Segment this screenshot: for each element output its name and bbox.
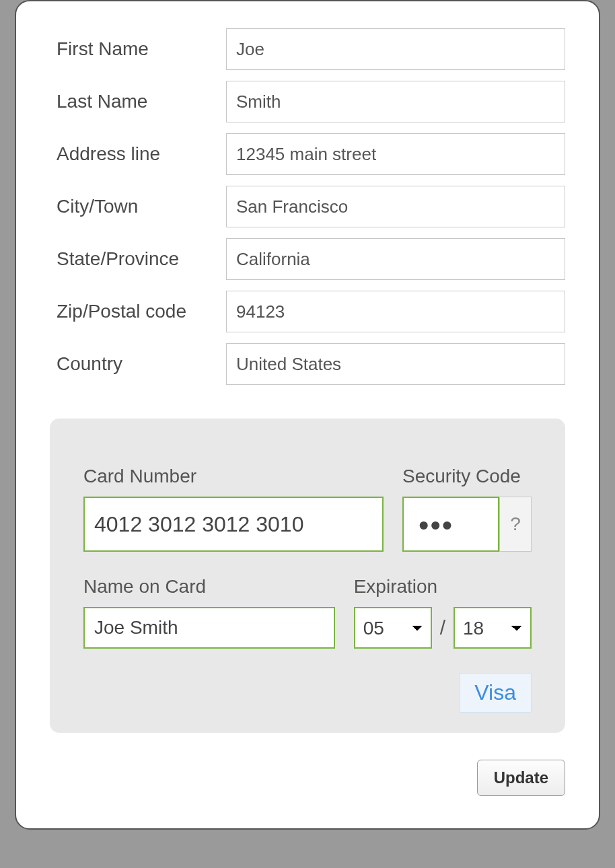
address-label: Address line [50,143,226,165]
card-type-row: Visa [83,673,532,713]
country-label: Country [50,353,226,375]
zip-input[interactable] [226,291,565,332]
city-row: City/Town [50,186,565,227]
name-on-card-field: Name on Card [83,576,335,649]
name-expiration-row: Name on Card Expiration 05 / 18 [83,576,532,649]
card-number-label: Card Number [83,466,384,487]
update-button[interactable]: Update [477,760,565,796]
name-on-card-label: Name on Card [83,576,335,598]
expiration-separator: / [437,616,448,639]
form-footer: Update [50,760,565,796]
zip-label: Zip/Postal code [50,301,226,322]
first-name-input[interactable] [226,28,565,70]
card-number-input[interactable] [83,497,384,552]
first-name-label: First Name [50,38,226,60]
state-row: State/Province [50,238,565,280]
state-input[interactable] [226,238,565,280]
country-row: Country [50,343,565,385]
expiration-year-select[interactable]: 18 [454,607,532,649]
last-name-input[interactable] [226,81,565,122]
name-on-card-input[interactable] [83,607,335,649]
expiration-field: Expiration 05 / 18 [354,576,532,649]
expiration-group: 05 / 18 [354,607,532,649]
first-name-row: First Name [50,28,565,70]
security-code-help-button[interactable]: ? [499,497,532,552]
address-input[interactable] [226,133,565,175]
country-input[interactable] [226,343,565,385]
card-number-field: Card Number [83,466,384,552]
billing-payment-form: First Name Last Name Address line City/T… [15,0,600,830]
city-input[interactable] [226,186,565,227]
expiration-month-select[interactable]: 05 [354,607,432,649]
security-code-label: Security Code [402,466,532,487]
state-label: State/Province [50,248,226,270]
address-row: Address line [50,133,565,175]
card-type-badge: Visa [459,673,532,713]
security-code-input[interactable]: ••• [402,497,499,552]
last-name-row: Last Name [50,81,565,122]
city-label: City/Town [50,196,226,217]
billing-section: First Name Last Name Address line City/T… [50,28,565,385]
last-name-label: Last Name [50,91,226,112]
zip-row: Zip/Postal code [50,291,565,332]
security-code-field: Security Code ••• ? [402,466,532,552]
security-code-wrap: ••• ? [402,497,532,552]
expiration-label: Expiration [354,576,532,598]
card-number-security-row: Card Number Security Code ••• ? [83,466,532,552]
payment-section: Card Number Security Code ••• ? Name on … [50,419,565,733]
